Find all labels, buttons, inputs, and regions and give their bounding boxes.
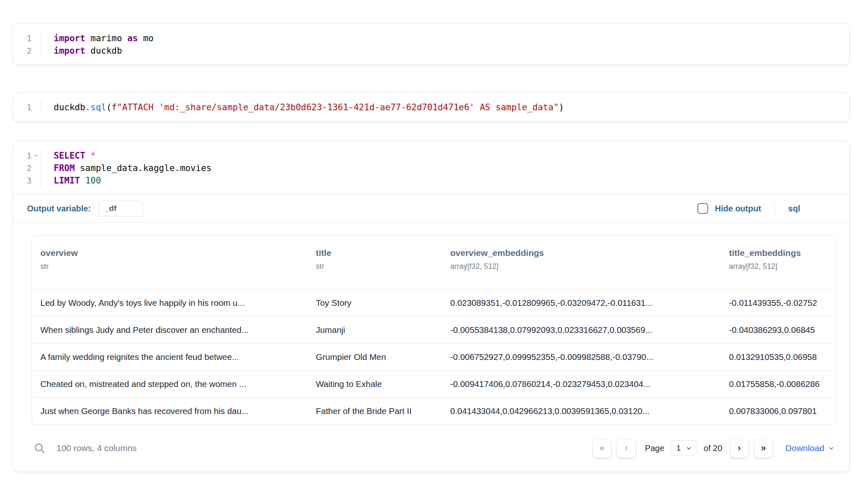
table-cell: 0.007833006,0.097801	[721, 406, 836, 416]
code-cell-attach: 1 duckdb.sql(f"ATTACH 'md:_share/sample_…	[12, 92, 850, 122]
page-total-label: of 20	[704, 444, 722, 453]
table-cell: 0.041433044,0.042966213,0.0039591365,0.0…	[442, 406, 721, 416]
column-dtype: array[f32, 512]	[450, 262, 717, 271]
line-number: 1	[13, 149, 41, 162]
column-header-overview_embeddings[interactable]: overview_embeddingsarray[f32, 512]	[442, 248, 721, 271]
download-chevron-icon	[828, 445, 834, 451]
table-cell: -0.040386293,0.06845	[721, 325, 836, 335]
table-footer: 100 rows, 4 columns « ‹ Page 1 of 20 › »…	[32, 425, 836, 471]
output-variable-input[interactable]	[98, 201, 143, 216]
column-dtype: array[f32, 512]	[729, 262, 832, 271]
line-number: 1	[13, 101, 41, 114]
code-line[interactable]: FROM sample_data.kaggle.movies	[54, 162, 211, 174]
table-cell: Toy Story	[308, 298, 442, 308]
page-select-value: 1	[677, 444, 681, 453]
line-number: 2	[13, 45, 41, 57]
column-name: overview_embeddings	[450, 248, 717, 258]
next-page-button[interactable]: ›	[730, 439, 749, 458]
code-line[interactable]: duckdb.sql(f"ATTACH 'md:_share/sample_da…	[54, 101, 564, 114]
download-label: Download	[786, 443, 824, 453]
table-cell: -0.009417406,0.07860214,-0.023279453,0.0…	[442, 379, 721, 389]
table-header: overviewstrtitlestroverview_embeddingsar…	[32, 236, 836, 289]
column-name: title	[316, 248, 439, 258]
row-count-summary: 100 rows, 4 columns	[57, 443, 137, 453]
table-cell: Led by Woody, Andy's toys live happily i…	[32, 298, 308, 308]
table-cell: Just when George Banks has recovered fro…	[32, 406, 308, 416]
column-header-overview[interactable]: overviewstr	[32, 248, 308, 271]
table-cell: Jumanji	[308, 325, 442, 335]
table-cell: -0.011439355,-0.02752	[721, 298, 836, 308]
table-row[interactable]: Led by Woody, Andy's toys live happily i…	[32, 289, 836, 316]
first-page-button[interactable]: «	[593, 439, 612, 458]
table-cell: 0.01755858,-0.0086286	[721, 379, 836, 389]
column-header-title[interactable]: titlestr	[308, 248, 442, 271]
page-select-chevron-icon	[686, 445, 692, 451]
table-cell: Cheated on, mistreated and stepped on, t…	[32, 379, 308, 389]
code-line[interactable]: import marimo as mo	[54, 32, 154, 45]
table-cell: -0.006752927,0.099952355,-0.009982588,-0…	[442, 352, 721, 362]
fold-chevron-icon[interactable]	[32, 153, 41, 158]
table-cell: A family wedding reignites the ancient f…	[32, 352, 308, 362]
table-body: Led by Woody, Andy's toys live happily i…	[32, 289, 836, 424]
table-cell: 0.023089351,-0.012809965,-0.03209472,-0.…	[442, 298, 721, 308]
line-number: 2	[13, 162, 41, 174]
line-number: 1	[13, 32, 41, 45]
table-cell: When siblings Judy and Peter discover an…	[32, 325, 308, 335]
sql-cell: 123 SELECT *FROM sample_data.kaggle.movi…	[12, 141, 850, 472]
last-page-button[interactable]: »	[754, 439, 773, 458]
column-dtype: str	[316, 262, 439, 271]
line-number-gutter: 123	[13, 149, 41, 187]
table-row[interactable]: Just when George Banks has recovered fro…	[32, 397, 836, 424]
code-editor[interactable]: import marimo as moimport duckdb	[41, 32, 154, 57]
hide-output-checkbox[interactable]	[697, 203, 708, 214]
column-name: overview	[40, 248, 304, 258]
table-row[interactable]: Cheated on, mistreated and stepped on, t…	[32, 370, 836, 397]
search-icon[interactable]	[33, 442, 46, 454]
code-line[interactable]: LIMIT 100	[54, 174, 211, 187]
table-cell: Waiting to Exhale	[308, 379, 442, 389]
download-button[interactable]: Download	[786, 443, 834, 453]
language-toggle-sql[interactable]: sql	[788, 204, 800, 213]
page-label: Page	[645, 444, 665, 453]
sql-editor[interactable]: SELECT *FROM sample_data.kaggle.moviesLI…	[41, 149, 211, 187]
column-dtype: str	[40, 262, 304, 271]
output-variable-label: Output variable:	[27, 204, 91, 213]
line-number-gutter: 1	[13, 101, 41, 114]
column-name: title_embeddings	[729, 248, 832, 258]
table-row[interactable]: When siblings Judy and Peter discover an…	[32, 316, 836, 343]
table-cell: Father of the Bride Part II	[308, 406, 442, 416]
table-cell: 0.0132910535,0.06958	[721, 352, 836, 362]
line-number-gutter: 12	[13, 32, 41, 57]
hide-output-label: Hide output	[715, 204, 761, 213]
divider	[774, 201, 775, 216]
code-line[interactable]: import duckdb	[54, 45, 154, 57]
prev-page-button[interactable]: ‹	[617, 439, 636, 458]
table-cell: Grumpier Old Men	[308, 352, 442, 362]
page-select[interactable]: 1	[670, 440, 697, 456]
column-header-title_embeddings[interactable]: title_embeddingsarray[f32, 512]	[721, 248, 836, 271]
code-cell-imports: 12 import marimo as moimport duckdb	[12, 23, 850, 65]
table-row[interactable]: A family wedding reignites the ancient f…	[32, 343, 836, 370]
code-line[interactable]: SELECT *	[54, 149, 211, 162]
output-variable-bar: Output variable: Hide output sql	[13, 194, 849, 223]
code-editor[interactable]: duckdb.sql(f"ATTACH 'md:_share/sample_da…	[41, 101, 564, 114]
result-table: overviewstrtitlestroverview_embeddingsar…	[32, 235, 836, 425]
table-cell: -0.0055384138,0.07992093,0.023316627,0.0…	[442, 325, 721, 335]
line-number: 3	[13, 174, 41, 187]
